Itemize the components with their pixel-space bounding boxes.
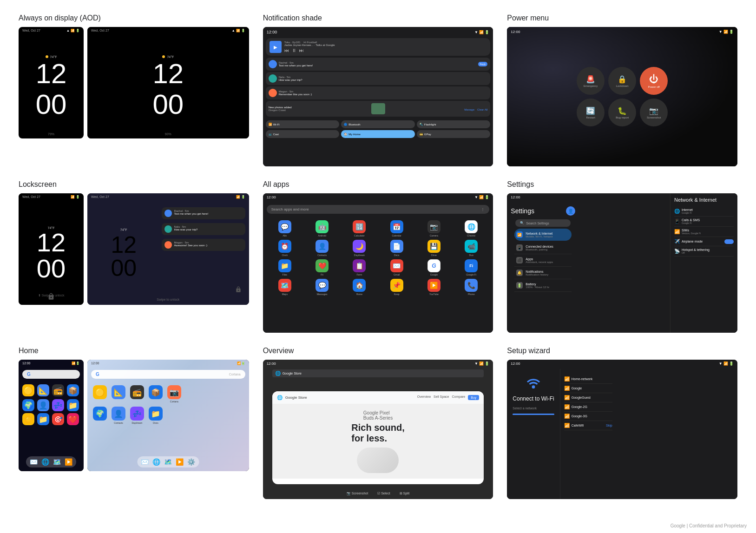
reply-btn[interactable]: Reply [478,62,488,66]
media-card[interactable]: ▶ Toku · Ep181 Hi Football Jackie Joyner… [266,38,491,56]
app-docs[interactable]: 📄Docs [379,240,414,257]
app-youtube[interactable]: ▶️YouTube [417,279,451,296]
app-calculator[interactable]: 🔢Calculator [342,220,376,237]
app-phone[interactable]: 📞Phone [454,279,488,296]
wifi-skip-btn[interactable]: Skip [606,424,612,427]
home-search[interactable]: G [22,370,80,379]
wifi-google[interactable]: 📶 Google [564,384,612,393]
wifi-home[interactable]: 📶 Home-network [564,375,612,384]
overview-buy-btn[interactable]: Buy [468,395,479,400]
app-camera[interactable]: 📷Camera [417,220,451,237]
tile-cast[interactable]: 📺 Cast [266,130,340,138]
home-light-app-3[interactable]: 📻 [130,385,144,403]
settings-item-battery[interactable]: 🔋 Battery 100% · About 12 hr [514,279,572,292]
home-app-3[interactable]: 📻 [52,384,64,396]
overview-card[interactable]: 🌐 Google Store Overview Sell Space Compa… [272,391,484,484]
notif-nala[interactable]: Nala · 5m How was your trip? [266,72,491,85]
dock-maps[interactable]: 🗺️ [53,458,61,466]
tile-myhome[interactable]: 🏠 My Home [341,130,415,138]
app-keep[interactable]: 📌Keep [379,279,414,296]
app-calendar[interactable]: 📅Calendar [379,220,414,237]
lockdown-btn[interactable]: 🔒 Lockdown [608,67,636,95]
settings-item-network[interactable]: 📶 Network & Internet Mobile, Wi-Fi, hots… [514,229,572,241]
overview-split-btn[interactable]: ⊞ Split [400,492,410,495]
wifi-googleguest[interactable]: 📶 GoogleGuest [564,393,612,402]
home-app-5[interactable]: 🌍 [22,399,34,411]
apps-search-bar[interactable]: Search apps and more ⋮ [267,205,490,214]
home-app-2[interactable]: 📐 [37,384,49,396]
network-item-calls[interactable]: 📱 Calls & SMS Google Fi [674,217,734,227]
light-dock-maps[interactable]: 🗺️ [164,458,172,466]
light-dock-youtube[interactable]: ▶️ [176,458,184,466]
overview-screenshot-btn[interactable]: 📷 Screenshot [347,492,368,495]
wifi-google3g[interactable]: 📶 Google-3G [564,412,612,421]
app-contacts[interactable]: 👤Contacts [305,240,339,257]
overview-sell-btn[interactable]: Sell Space [434,395,449,400]
settings-item-notif[interactable]: 🔔 Notifications Notification history [514,267,572,279]
restart-btn[interactable]: 🔄 Restart [577,99,605,126]
app-chrome[interactable]: 🌐Chrome [454,220,488,237]
power-off-btn[interactable]: ⏻ Power off [640,67,668,95]
network-item-hotspot[interactable]: 📡 Hotspot & tethering Off [674,246,734,257]
home-app-7[interactable]: 💤 [52,399,64,411]
settings-item-connected[interactable]: 📱 Connected devices Bluetooth, pairing [514,242,572,254]
app-gmail[interactable]: ✉️Gmail [379,259,414,276]
home-light-app-8[interactable]: 💤Daydream [130,407,144,424]
home-light-app-6[interactable]: 🌍 [93,407,107,424]
settings-item-apps[interactable]: ⬛ Apps Assistant, recent apps [514,254,572,267]
home-app-12[interactable]: ❤️ [67,413,79,425]
app-form[interactable]: 📋Form [342,259,376,276]
notif-rachel[interactable]: Rachel · 5m Text me when you get here! R… [266,58,491,71]
tile-gpay[interactable]: 💳 GPay [417,130,491,138]
app-daydream[interactable]: 🌙Daydream [342,240,376,257]
notif-megan[interactable]: Megan · 5m Remember like you soon :) [266,86,491,99]
home-light-app-7[interactable]: 👤Contacts [112,407,125,424]
app-messages[interactable]: 💬Messages [305,279,339,296]
wifi-google2g[interactable]: 📶 Google-2G [564,402,612,412]
app-files[interactable]: 📁Files [268,259,302,276]
app-android[interactable]: 🤖Android [305,220,339,237]
light-dock-settings[interactable]: ⚙️ [187,458,195,466]
tile-wifi[interactable]: 📶 Wi-Fi [266,120,340,128]
overview-overview-btn[interactable]: Overview [417,395,431,400]
photos-notif[interactable]: New photos added Oregon Coast Manage Cle… [266,101,491,117]
app-drive[interactable]: 💾Drive [417,240,451,257]
app-maps[interactable]: 🗺️Maps [268,279,302,296]
home-app-9[interactable]: ☀️ [22,413,34,425]
wifi-cafewifi[interactable]: 📶 CafeWifi Skip [564,421,612,430]
app-google-fi[interactable]: FiGoogle Fi [454,259,488,276]
overview-select-btn[interactable]: ☑ Select [377,492,390,495]
screenshot-btn[interactable]: 📷 Screenshot [640,99,668,126]
app-clock[interactable]: ⏰Clock [268,240,302,257]
overview-compare-btn[interactable]: Compare [452,395,465,400]
home-light-search[interactable]: G Cortana [91,370,245,379]
settings-search[interactable]: 🔍 Search Settings [515,219,571,227]
home-app-6[interactable]: 👤 [37,399,49,411]
home-light-app-5[interactable]: 📷Cortana [167,385,181,403]
home-light-app-4[interactable]: 📦 [149,385,163,403]
app-google[interactable]: GGoogle [417,259,451,276]
network-item-airplane[interactable]: ✈️ Airplane mode [674,237,734,246]
home-light-app-1[interactable]: 🟡 [93,385,107,403]
home-app-8[interactable]: 📁 [67,399,79,411]
dock-youtube[interactable]: ▶️ [65,458,72,466]
app-allo[interactable]: 💬Allo [268,220,302,237]
app-duo[interactable]: 📹Duo [454,240,488,257]
airplane-toggle[interactable] [724,239,734,244]
bug-report-btn[interactable]: 🐛 Bug report [608,99,636,126]
dock-gmail[interactable]: ✉️ [30,458,38,466]
home-app-1[interactable]: 🟡 [22,384,34,396]
app-home[interactable]: 🏠Home [342,279,376,296]
light-dock-gmail[interactable]: ✉️ [141,458,149,466]
tile-flashlight[interactable]: 🔦 Flashlight [417,120,491,128]
home-light-app-2[interactable]: 📐 [112,385,125,403]
network-item-internet[interactable]: 🌐 Internet Google Fi [674,206,734,217]
tile-bluetooth[interactable]: 🔵 Bluetooth [341,120,415,128]
emergency-btn[interactable]: 🚨 Emergency [577,67,605,95]
light-dock-chrome[interactable]: 🌐 [152,458,160,466]
dock-chrome[interactable]: 🌐 [41,458,49,466]
network-item-sims[interactable]: 📶 SIMs Verizon, Google Fi [674,227,734,237]
app-fit[interactable]: ❤️Fit [305,259,339,276]
home-app-11[interactable]: 🎯 [52,413,64,425]
home-app-10[interactable]: 📁 [37,413,49,425]
